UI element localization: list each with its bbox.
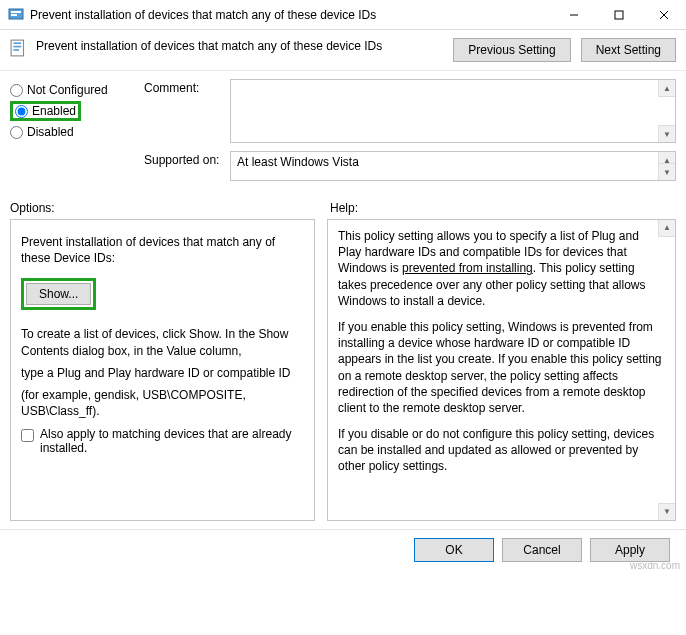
scroll-up-icon[interactable]: ▲ [658, 80, 675, 97]
radio-not-configured-label: Not Configured [27, 83, 108, 97]
also-apply-checkbox[interactable] [21, 429, 34, 442]
cancel-button[interactable]: Cancel [502, 538, 582, 562]
supported-on-field: At least Windows Vista ▲ ▼ [230, 151, 676, 181]
options-text-1: To create a list of devices, click Show.… [21, 326, 304, 358]
state-radio-group: Not Configured Enabled Disabled [10, 79, 128, 189]
radio-disabled-input[interactable] [10, 126, 23, 139]
svg-rect-8 [13, 42, 21, 44]
radio-enabled[interactable]: Enabled [10, 101, 81, 121]
also-apply-label: Also apply to matching devices that are … [40, 427, 304, 455]
minimize-button[interactable] [551, 0, 596, 30]
options-text-2: type a Plug and Play hardware ID or comp… [21, 365, 304, 381]
radio-enabled-label: Enabled [32, 104, 76, 118]
help-paragraph-3: If you disable or do not configure this … [338, 426, 665, 475]
scroll-down-icon[interactable]: ▼ [658, 503, 675, 520]
policy-icon [10, 39, 28, 57]
close-button[interactable] [641, 0, 686, 30]
window-title: Prevent installation of devices that mat… [30, 8, 551, 22]
scroll-down-icon[interactable]: ▼ [658, 125, 675, 142]
comment-label: Comment: [144, 79, 230, 95]
radio-not-configured-input[interactable] [10, 84, 23, 97]
comment-textarea[interactable]: ▲ ▼ [230, 79, 676, 143]
svg-rect-4 [615, 11, 623, 19]
radio-not-configured[interactable]: Not Configured [10, 83, 128, 97]
help-paragraph-1: This policy setting allows you to specif… [338, 228, 665, 309]
radio-disabled[interactable]: Disabled [10, 125, 128, 139]
radio-disabled-label: Disabled [27, 125, 74, 139]
options-text-3: (for example, gendisk, USB\COMPOSITE, US… [21, 387, 304, 419]
svg-rect-1 [11, 11, 21, 13]
ok-button[interactable]: OK [414, 538, 494, 562]
options-heading: Prevent installation of devices that mat… [21, 234, 304, 266]
options-pane: Prevent installation of devices that mat… [10, 219, 315, 521]
supported-on-value: At least Windows Vista [231, 152, 675, 172]
gpo-icon [8, 7, 24, 23]
maximize-button[interactable] [596, 0, 641, 30]
help-pane: This policy setting allows you to specif… [327, 219, 676, 521]
radio-enabled-input[interactable] [15, 105, 28, 118]
apply-button[interactable]: Apply [590, 538, 670, 562]
svg-rect-9 [13, 46, 21, 48]
supported-on-label: Supported on: [144, 151, 230, 167]
svg-rect-10 [13, 49, 19, 51]
header-bar: Prevent installation of devices that mat… [0, 30, 686, 71]
title-bar: Prevent installation of devices that mat… [0, 0, 686, 30]
dialog-footer: OK Cancel Apply [0, 529, 686, 570]
also-apply-checkbox-row[interactable]: Also apply to matching devices that are … [21, 427, 304, 455]
scroll-down-icon[interactable]: ▼ [658, 163, 675, 180]
help-paragraph-2: If you enable this policy setting, Windo… [338, 319, 665, 416]
help-label: Help: [330, 201, 676, 215]
previous-setting-button[interactable]: Previous Setting [453, 38, 570, 62]
svg-rect-2 [11, 14, 17, 16]
options-label: Options: [10, 201, 330, 215]
next-setting-button[interactable]: Next Setting [581, 38, 676, 62]
show-button[interactable]: Show... [26, 283, 91, 305]
header-title: Prevent installation of devices that mat… [36, 38, 453, 53]
help-text-underline: prevented from installing [402, 261, 533, 275]
scroll-up-icon[interactable]: ▲ [658, 220, 675, 237]
